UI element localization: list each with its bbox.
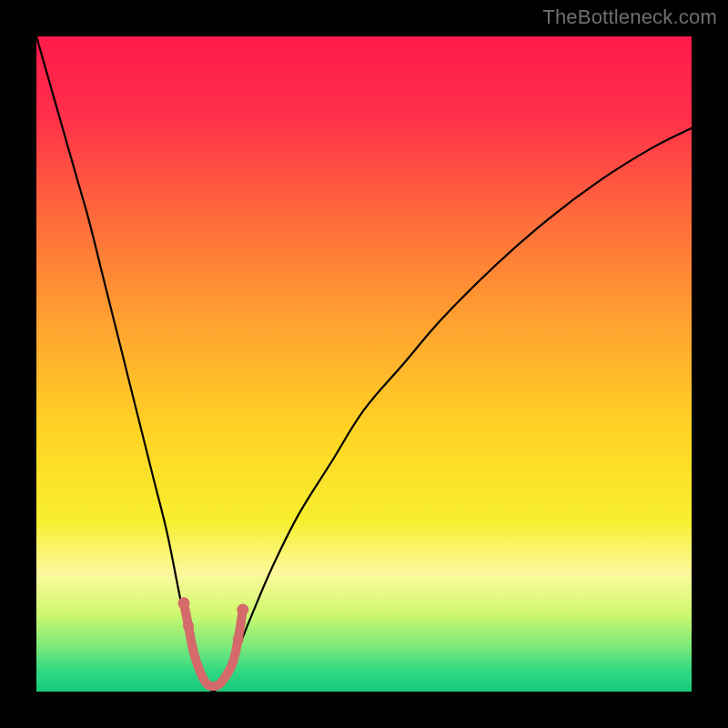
sweet-spot-dot: [237, 604, 248, 616]
sweet-spot-dot: [233, 633, 244, 644]
chart-frame: TheBottleneck.com: [0, 0, 728, 728]
sweet-spot-dot: [178, 597, 190, 609]
gradient-background: [36, 36, 692, 692]
plot-area: [36, 36, 692, 692]
watermark-text: TheBottleneck.com: [542, 5, 717, 29]
bottleneck-chart: [36, 36, 692, 692]
sweet-spot-dot: [183, 621, 194, 632]
